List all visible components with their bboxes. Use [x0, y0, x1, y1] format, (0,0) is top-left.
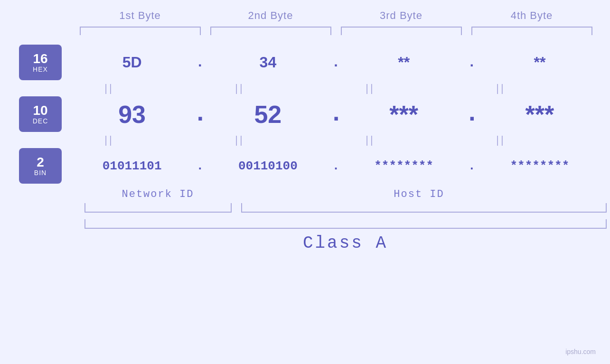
bin-base-num: 2 — [37, 156, 44, 169]
dec-values: 93 . 52 . *** . *** — [62, 100, 610, 129]
bin-base-sub: BIN — [34, 169, 47, 177]
hex-dot-3: . — [465, 55, 479, 71]
bin-label-box: 2 BIN — [19, 148, 62, 184]
watermark: ipshu.com — [565, 348, 596, 355]
bin-values: 01011101 . 00110100 . ******** . *******… — [62, 159, 610, 173]
byte-header-2: 2nd Byte — [206, 9, 336, 22]
network-bracket — [84, 203, 232, 213]
dec-base-sub: DEC — [33, 117, 48, 125]
eq-1-2: || — [175, 82, 305, 94]
nh-labels: Network ID Host ID — [84, 188, 607, 200]
hex-dot-1: . — [193, 55, 207, 71]
byte-header-3: 3rd Byte — [336, 9, 467, 22]
hex-values: 5D . 34 . ** . ** — [62, 54, 610, 71]
byte-header-1: 1st Byte — [75, 9, 206, 22]
bracket-2 — [210, 27, 331, 35]
bin-dot-1: . — [193, 159, 207, 173]
network-host-section: Network ID Host ID Class A — [84, 188, 607, 253]
dec-label-box: 10 DEC — [19, 96, 62, 132]
dec-val-2: 52 — [207, 100, 328, 129]
eq-1-4: || — [436, 82, 566, 94]
class-label: Class A — [84, 233, 607, 253]
equals-row-2: || || || || — [44, 134, 566, 146]
byte-header-4: 4th Byte — [467, 9, 597, 22]
dec-val-3: *** — [343, 100, 465, 129]
bin-val-3: ******** — [343, 159, 465, 173]
eq-2-1: || — [44, 134, 175, 146]
eq-1-3: || — [305, 82, 436, 94]
dec-row: 10 DEC 93 . 52 . *** . *** — [0, 96, 610, 132]
eq-2-4: || — [436, 134, 566, 146]
byte-headers-row: 1st Byte 2nd Byte 3rd Byte 4th Byte — [75, 9, 597, 22]
eq-2-2: || — [175, 134, 305, 146]
equals-row-1: || || || || — [44, 82, 566, 94]
bin-dot-3: . — [465, 159, 479, 173]
dec-base-num: 10 — [33, 104, 47, 117]
bin-val-4: ******** — [479, 159, 601, 173]
dec-val-4: *** — [479, 100, 601, 129]
hex-base-num: 16 — [33, 52, 47, 65]
hex-val-3: ** — [343, 54, 465, 71]
bracket-3 — [341, 27, 462, 35]
hex-label-box: 16 HEX — [19, 45, 62, 80]
dec-dot-3: . — [465, 100, 479, 128]
dec-dot-1: . — [193, 100, 207, 128]
dec-val-1: 93 — [71, 100, 193, 129]
bin-val-1: 01011101 — [71, 159, 193, 173]
full-bracket — [84, 219, 607, 229]
eq-2-3: || — [305, 134, 436, 146]
main-container: 1st Byte 2nd Byte 3rd Byte 4th Byte 16 H… — [0, 0, 610, 364]
eq-1-1: || — [44, 82, 175, 94]
bracket-4 — [471, 27, 592, 35]
bin-row: 2 BIN 01011101 . 00110100 . ******** . *… — [0, 148, 610, 184]
bracket-1 — [80, 27, 201, 35]
host-id-label: Host ID — [232, 188, 607, 200]
hex-row: 16 HEX 5D . 34 . ** . ** — [0, 45, 610, 80]
dec-dot-2: . — [329, 100, 343, 128]
bin-dot-2: . — [329, 159, 343, 173]
bin-val-2: 00110100 — [207, 159, 328, 173]
hex-base-sub: HEX — [33, 65, 48, 73]
bracket-row — [75, 27, 597, 35]
hex-val-4: ** — [479, 54, 601, 71]
hex-val-1: 5D — [71, 54, 193, 71]
bracket-spacer — [232, 203, 241, 213]
host-bracket — [241, 203, 607, 213]
hex-dot-2: . — [329, 55, 343, 71]
hex-val-2: 34 — [207, 54, 328, 71]
network-id-label: Network ID — [84, 188, 232, 200]
bottom-brackets — [84, 203, 607, 213]
